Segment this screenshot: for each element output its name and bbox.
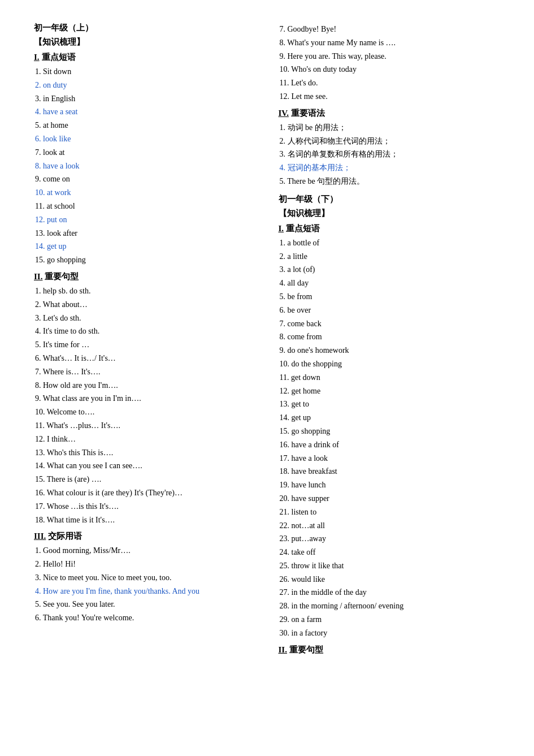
roman-6: II. xyxy=(279,645,287,655)
section3-heading: III. 交际用语 xyxy=(34,531,256,542)
list-item: 10. Welcome to…. xyxy=(34,405,256,419)
list-item: 14. What can you see I can see…. xyxy=(34,459,256,473)
list-item: 15. go shopping xyxy=(34,253,256,267)
list-item: 6. Thank you! You're welcome. xyxy=(34,611,256,625)
list-item: 16. have a drink of xyxy=(279,438,501,452)
list-item: 30. in a factory xyxy=(279,627,501,640)
bracket-title-2: 【知识梳理】 xyxy=(279,208,501,219)
list-item: 26. would like xyxy=(279,573,501,586)
list-item: 18. What time is it It's…. xyxy=(34,513,256,527)
list-item: 5. be from xyxy=(279,290,501,304)
list-item: 18. have breakfast xyxy=(279,465,501,478)
list-item: 2. 人称代词和物主代词的用法； xyxy=(279,135,501,148)
roman-1: I. xyxy=(34,53,40,62)
list-item: 24. take off xyxy=(279,546,501,559)
section1-title: 重点短语 xyxy=(42,52,76,63)
roman-4: IV. xyxy=(279,109,289,118)
list-item: 15. go shopping xyxy=(279,425,501,438)
list-item: 4. have a seat xyxy=(34,105,256,119)
list-item: 4. 冠词的基本用法； xyxy=(279,161,501,175)
section4-list: 1. 动词 be 的用法；2. 人称代词和物主代词的用法；3. 名词的单复数和所… xyxy=(279,121,501,188)
list-item: 19. have lunch xyxy=(279,478,501,492)
section4-heading: IV. 重要语法 xyxy=(279,108,501,119)
list-item: 12. Let me see. xyxy=(279,90,501,103)
list-item: 14. get up xyxy=(34,240,256,253)
list-item: 4. all day xyxy=(279,277,501,290)
list-item: 25. throw it like that xyxy=(279,559,501,573)
main-title-2: 初一年级（下） xyxy=(279,194,501,205)
section5-title: 重点短语 xyxy=(286,223,320,234)
list-item: 7. look at xyxy=(34,146,256,159)
list-item: 5. There be 句型的用法。 xyxy=(279,175,501,188)
list-item: 3. Let's do sth. xyxy=(34,312,256,325)
section3-list: 1. Good morning, Miss/Mr….2. Hello! Hi!3… xyxy=(34,544,256,625)
page-content: 初一年级（上） 【知识梳理】 I. 重点短语 1. Sit down2. on … xyxy=(34,23,500,658)
list-item: 2. What about… xyxy=(34,298,256,312)
list-item: 5. See you. See you later. xyxy=(34,598,256,611)
list-item: 10. Who's on duty today xyxy=(279,63,501,76)
list-item: 12. I think… xyxy=(34,433,256,446)
list-item: 11. Let's do. xyxy=(279,76,501,90)
list-item: 9. Here you are. This way, please. xyxy=(279,50,501,63)
list-item: 1. Good morning, Miss/Mr…. xyxy=(34,544,256,558)
list-item: 8. come from xyxy=(279,330,501,344)
list-item: 28. in the morning / afternoon/ evening xyxy=(279,599,501,613)
list-item: 1. 动词 be 的用法； xyxy=(279,121,501,135)
list-item: 11. What's …plus… It's…. xyxy=(34,419,256,433)
list-item: 27. in the middle of the day xyxy=(279,586,501,599)
section5-heading: I. 重点短语 xyxy=(279,223,501,234)
list-item: 7. Goodbye! Bye! xyxy=(279,23,501,36)
section5-list: 1. a bottle of2. a little3. a lot (of)4.… xyxy=(279,236,501,640)
list-item: 2. Hello! Hi! xyxy=(34,558,256,571)
list-item: 15. There is (are) …. xyxy=(34,473,256,486)
list-item: 14. get up xyxy=(279,411,501,425)
list-item: 3. in English xyxy=(34,92,256,106)
roman-5: I. xyxy=(279,224,284,234)
list-item: 3. 名词的单复数和所有格的用法； xyxy=(279,148,501,161)
section1-heading: I. 重点短语 xyxy=(34,52,256,63)
list-item: 6. be over xyxy=(279,304,501,317)
list-item: 7. Where is… It's…. xyxy=(34,365,256,379)
list-item: 29. on a farm xyxy=(279,613,501,627)
section4-title: 重要语法 xyxy=(291,108,325,119)
list-item: 13. Who's this This is…. xyxy=(34,446,256,460)
list-item: 21. listen to xyxy=(279,506,501,519)
list-item: 4. It's time to do sth. xyxy=(34,325,256,338)
list-item: 2. on duty xyxy=(34,79,256,92)
list-item: 8. have a look xyxy=(34,159,256,173)
list-item: 3. a lot (of) xyxy=(279,263,501,277)
list-item: 6. What's… It is…/ It's… xyxy=(34,352,256,365)
section6-title: 重要句型 xyxy=(289,645,323,655)
list-item: 9. do one's homework xyxy=(279,344,501,357)
section1-list: 1. Sit down2. on duty3. in English4. hav… xyxy=(34,65,256,267)
section3-title: 交际用语 xyxy=(48,531,82,542)
list-item: 1. Sit down xyxy=(34,65,256,79)
list-item: 7. come back xyxy=(279,317,501,331)
list-item: 11. get down xyxy=(279,371,501,385)
list-item: 10. do the shopping xyxy=(279,357,501,371)
list-item: 2. a little xyxy=(279,250,501,263)
list-item: 17. Whose …is this It's…. xyxy=(34,500,256,513)
roman-2: II. xyxy=(34,272,42,282)
main-title-1: 初一年级（上） xyxy=(34,23,256,33)
section3-cont-list: 7. Goodbye! Bye!8. What's your name My n… xyxy=(279,23,501,103)
list-item: 23. put…away xyxy=(279,532,501,546)
list-item: 8. How old are you I'm…. xyxy=(34,379,256,392)
section2-title: 重要句型 xyxy=(45,271,79,282)
list-item: 13. get to xyxy=(279,398,501,411)
list-item: 12. get home xyxy=(279,385,501,398)
list-item: 9. What class are you in I'm in…. xyxy=(34,392,256,405)
list-item: 12. put on xyxy=(34,213,256,227)
list-item: 17. have a look xyxy=(279,452,501,465)
section6-heading: II. 重要句型 xyxy=(279,645,501,655)
list-item: 16. What colour is it (are they) It's (T… xyxy=(34,486,256,500)
list-item: 9. come on xyxy=(34,172,256,186)
bracket-title-1: 【知识梳理】 xyxy=(34,37,256,47)
section2-heading: II. 重要句型 xyxy=(34,271,256,282)
list-item: 1. a bottle of xyxy=(279,236,501,250)
list-item: 11. at school xyxy=(34,200,256,213)
list-item: 5. at home xyxy=(34,119,256,132)
list-item: 8. What's your name My name is …. xyxy=(279,36,501,50)
list-item: 10. at work xyxy=(34,186,256,200)
roman-3: III. xyxy=(34,532,46,541)
